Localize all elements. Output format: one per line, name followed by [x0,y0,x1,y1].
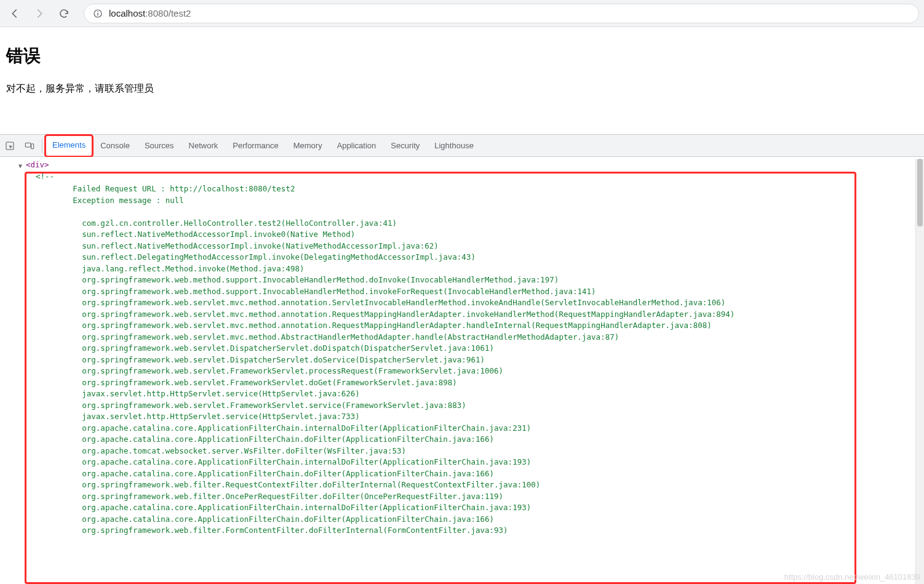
elements-panel-body[interactable]: ▼ <div> <!-- Failed Request URL : http:/… [0,157,924,584]
inspect-icon[interactable] [0,135,20,157]
tab-performance[interactable]: Performance [225,135,285,157]
devtools-panel: Elements Console Sources Network Perform… [0,134,924,584]
scrollbar-thumb[interactable] [917,159,923,226]
svg-rect-4 [25,143,31,147]
tab-lighthouse[interactable]: Lighthouse [427,135,481,157]
comment-open: <!-- [18,171,924,183]
back-button[interactable] [5,4,25,23]
forward-button[interactable] [30,4,49,23]
url-port: :8080 [145,8,169,18]
page-title: 错误 [6,44,918,68]
browser-toolbar: localhost:8080/test2 [0,0,924,27]
device-toggle-icon[interactable] [20,135,39,157]
tab-network[interactable]: Network [181,135,226,157]
svg-rect-2 [97,11,98,12]
tab-elements[interactable]: Elements [45,135,93,157]
stack-trace-comment: Failed Request URL : http://localhost:80… [18,182,924,537]
divider [42,139,42,153]
address-url: localhost:8080/test2 [109,8,191,18]
url-path: /test2 [169,8,191,18]
svg-rect-1 [97,12,98,15]
expand-triangle-icon[interactable]: ▼ [18,161,22,172]
tab-console[interactable]: Console [93,135,137,157]
tab-sources[interactable]: Sources [137,135,181,157]
page-message: 对不起，服务异常，请联系管理员 [6,82,918,95]
svg-rect-5 [31,143,34,148]
url-host: localhost [109,8,145,18]
dom-tag-div[interactable]: <div> [18,160,49,169]
scrollbar[interactable] [915,159,924,584]
site-info-icon[interactable] [93,9,103,18]
page-content: 错误 对不起，服务异常，请联系管理员 [0,27,924,134]
watermark: https://blog.csdn.net/weixin_46101839 [784,572,920,582]
tab-security[interactable]: Security [383,135,427,157]
devtools-tabbar: Elements Console Sources Network Perform… [0,135,924,157]
tab-memory[interactable]: Memory [286,135,330,157]
address-bar[interactable]: localhost:8080/test2 [84,4,919,23]
tab-application[interactable]: Application [330,135,384,157]
reload-button[interactable] [54,4,74,23]
